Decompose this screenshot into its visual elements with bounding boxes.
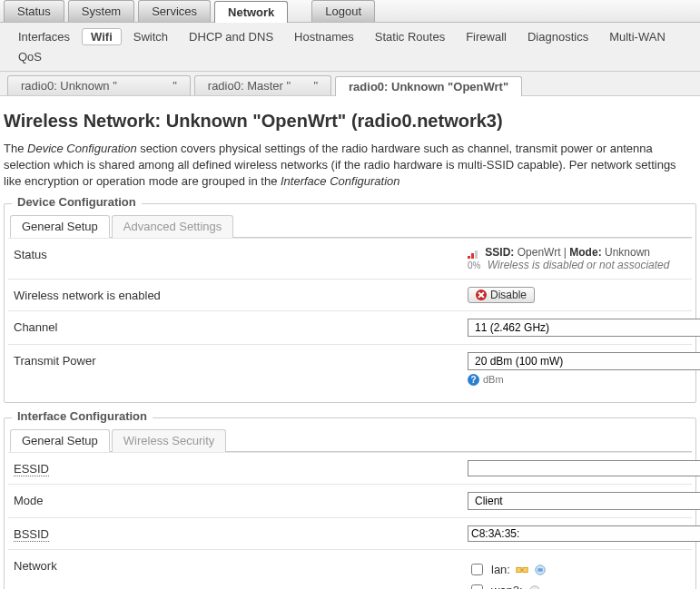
iface-tab-general[interactable]: General Setup: [10, 429, 110, 452]
subnav-wifi[interactable]: Wifi: [82, 28, 122, 45]
page-description: The Device Configuration section covers …: [4, 141, 696, 191]
essid-input[interactable]: [468, 460, 700, 476]
wireless-enabled-label: Wireless network is enabled: [14, 287, 468, 302]
subnav-switch[interactable]: Switch: [124, 28, 177, 45]
channel-label: Channel: [14, 319, 468, 334]
status-label: Status: [14, 246, 468, 261]
wifi-network-tabs: radio0: Unknown " " radio0: Master " " r…: [0, 72, 700, 96]
channel-select[interactable]: 11 (2.462 GHz): [468, 319, 700, 337]
wifi-tab-1-label: radio0: Unknown ": [21, 79, 117, 93]
mode-select[interactable]: Client: [468, 492, 700, 510]
signal-icon: [468, 248, 478, 259]
help-icon[interactable]: ?: [468, 374, 479, 386]
svg-rect-1: [523, 567, 527, 572]
page-title: Wireless Network: Unknown "OpenWrt" (rad…: [4, 111, 696, 132]
network-label: Network: [14, 557, 468, 573]
net-checkbox-lan[interactable]: [471, 564, 483, 575]
iface-inner-tabs: General Setup Wireless Security: [10, 428, 692, 452]
status-value: SSID: OpenWrt | Mode: Unknown 0% Wireles…: [468, 246, 686, 271]
tab-services[interactable]: Services: [138, 0, 211, 22]
essid-label: ESSID: [14, 462, 49, 476]
assoc-hint: Wireless is disabled or not associated: [488, 259, 670, 271]
svg-rect-4: [537, 568, 542, 572]
bridge-icon: [516, 562, 528, 576]
sub-nav: Interfaces Wifi Switch DHCP and DNS Host…: [0, 23, 700, 72]
subnav-diagnostics[interactable]: Diagnostics: [518, 28, 597, 45]
interface-config-section: Interface Configuration General Setup Wi…: [4, 417, 696, 589]
device-tab-advanced[interactable]: Advanced Settings: [112, 215, 233, 238]
net-checkbox-wan2[interactable]: [471, 584, 483, 589]
mode-label: Mode: [14, 492, 468, 507]
subnav-qos[interactable]: QoS: [9, 48, 51, 65]
ethernet-icon: [534, 562, 547, 576]
device-inner-tabs: General Setup Advanced Settings: [10, 214, 692, 238]
device-tab-general[interactable]: General Setup: [10, 215, 110, 238]
interface-config-legend: Interface Configuration: [12, 409, 153, 423]
wifi-tab-2-label: radio0: Master ": [208, 79, 291, 93]
disable-button[interactable]: Disable: [468, 287, 535, 303]
device-config-legend: Device Configuration: [12, 195, 142, 209]
subnav-multi-wan[interactable]: Multi-WAN: [600, 28, 675, 45]
subnav-static-routes[interactable]: Static Routes: [366, 28, 454, 45]
iface-tab-security[interactable]: Wireless Security: [112, 429, 226, 452]
wifi-tab-2[interactable]: radio0: Master " ": [194, 75, 331, 95]
signal-percent: 0%: [468, 260, 480, 270]
bssid-label: BSSID: [14, 527, 49, 542]
svg-rect-0: [517, 567, 521, 572]
net-wan2-label: wan2:: [491, 584, 523, 589]
subnav-interfaces[interactable]: Interfaces: [9, 28, 79, 45]
ethernet-icon: [528, 583, 541, 589]
tab-logout[interactable]: Logout: [311, 0, 375, 22]
tab-system[interactable]: System: [68, 0, 134, 22]
net-lan-label: lan:: [491, 563, 510, 576]
bssid-input[interactable]: [468, 525, 700, 542]
tab-network[interactable]: Network: [214, 1, 288, 23]
subnav-firewall[interactable]: Firewall: [457, 28, 516, 45]
device-config-section: Device Configuration General Setup Advan…: [4, 203, 696, 403]
main-tab-bar: Status System Services Network Logout: [0, 0, 700, 23]
disable-button-label: Disable: [490, 289, 527, 301]
disable-icon: [476, 290, 487, 300]
txpower-label: Transmit Power: [14, 352, 468, 368]
subnav-dhcp-dns[interactable]: DHCP and DNS: [180, 28, 282, 45]
wifi-tab-3[interactable]: radio0: Unknown "OpenWrt": [335, 76, 522, 96]
tab-status[interactable]: Status: [4, 0, 64, 22]
txpower-hint: dBm: [483, 374, 504, 385]
subnav-hostnames[interactable]: Hostnames: [285, 28, 363, 45]
wifi-tab-1[interactable]: radio0: Unknown " ": [7, 75, 191, 95]
svg-point-5: [529, 586, 539, 589]
txpower-select[interactable]: 20 dBm (100 mW): [468, 352, 700, 370]
